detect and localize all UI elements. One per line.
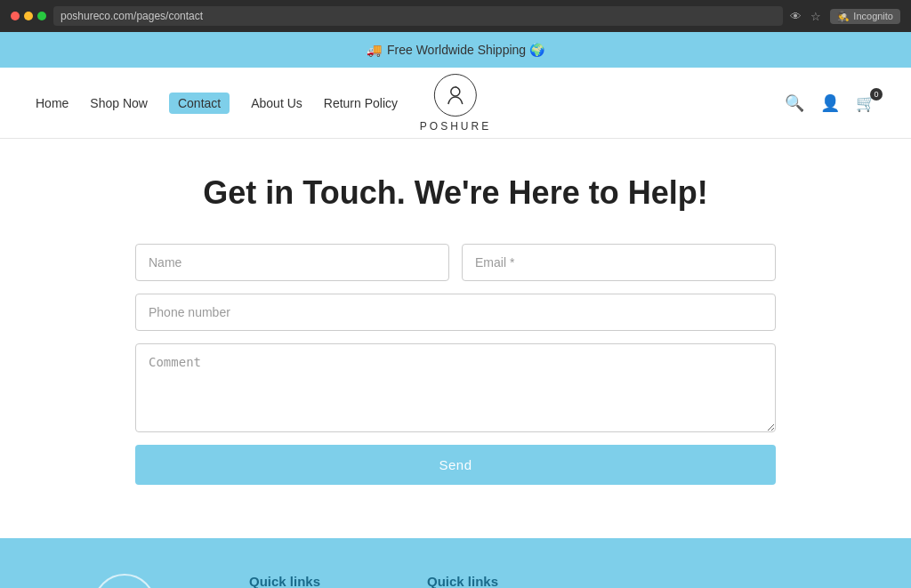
contact-form: Send: [135, 244, 776, 485]
close-window-button[interactable]: [11, 12, 20, 20]
logo-icon-circle: [434, 74, 477, 117]
site-logo[interactable]: POSHURE: [420, 74, 491, 133]
address-bar[interactable]: poshureco.com/pages/contact: [53, 6, 783, 26]
footer-quick-links-1: Quick links Home Shop Now Contact About …: [249, 574, 374, 588]
browser-window-controls: [11, 12, 46, 20]
email-input[interactable]: [462, 244, 776, 281]
incognito-label: Incognito: [853, 11, 893, 21]
minimize-window-button[interactable]: [24, 12, 33, 20]
nav-contact[interactable]: Contact: [169, 93, 230, 114]
announcement-text: Free Worldwide Shipping 🌍: [387, 43, 544, 57]
main-nav: Home Shop Now Contact About Us Return Po…: [36, 93, 398, 114]
footer-quick-links-1-title: Quick links: [249, 574, 374, 588]
send-button[interactable]: Send: [135, 445, 776, 485]
nav-home[interactable]: Home: [36, 96, 69, 110]
comment-input[interactable]: [135, 343, 776, 432]
footer-quick-links-2-title: Quick links: [427, 574, 654, 588]
cart-button[interactable]: 🛒 0: [856, 93, 875, 113]
header-actions: 🔍 👤 🛒 0: [785, 93, 875, 113]
logo-text: POSHURE: [420, 120, 491, 133]
name-email-row: [135, 244, 776, 281]
page-title: Get in Touch. We're Here to Help!: [135, 174, 776, 212]
nav-return-policy[interactable]: Return Policy: [324, 96, 398, 110]
incognito-icon: 🕵: [837, 11, 850, 22]
footer-logo: POSHURE: [53, 574, 196, 588]
site-header: Home Shop Now Contact About Us Return Po…: [0, 68, 911, 139]
browser-toolbar-icons: 👁 ☆ 🕵 Incognito: [790, 9, 900, 24]
maximize-window-button[interactable]: [37, 12, 46, 20]
account-icon[interactable]: 👤: [820, 93, 840, 113]
name-input[interactable]: [135, 244, 449, 281]
footer-quick-links-2: Quick links Search Privacy Policy Terms …: [427, 574, 654, 588]
main-content: Get in Touch. We're Here to Help! Send: [117, 139, 794, 538]
logo-svg: [443, 83, 468, 108]
star-icon[interactable]: ☆: [810, 10, 821, 23]
eye-icon[interactable]: 👁: [790, 10, 802, 23]
footer-logo-icon: [93, 574, 156, 588]
cart-count: 0: [870, 88, 883, 101]
phone-input[interactable]: [135, 294, 776, 331]
shipping-icon: 🚚: [367, 43, 382, 57]
search-icon[interactable]: 🔍: [785, 93, 804, 113]
nav-about-us[interactable]: About Us: [251, 96, 302, 110]
site-footer: POSHURE Quick links Home Shop Now Contac…: [0, 538, 911, 588]
browser-chrome: poshureco.com/pages/contact 👁 ☆ 🕵 Incogn…: [0, 0, 911, 32]
nav-shop-now[interactable]: Shop Now: [90, 96, 148, 110]
incognito-badge: 🕵 Incognito: [830, 9, 900, 24]
announcement-bar: 🚚 Free Worldwide Shipping 🌍: [0, 32, 911, 68]
url-text: poshureco.com/pages/contact: [60, 10, 203, 22]
